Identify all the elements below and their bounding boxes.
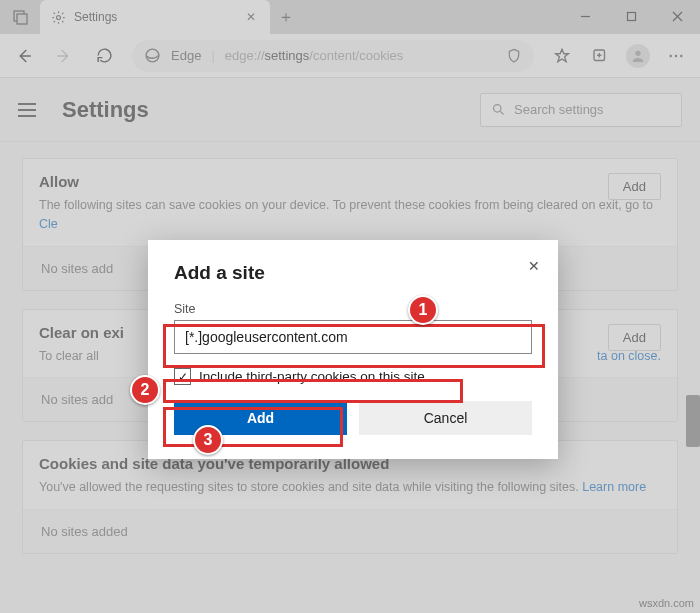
checkbox-icon[interactable]: ✓ [174,368,191,385]
site-field-label: Site [174,302,532,316]
site-input[interactable] [174,320,532,354]
dialog-cancel-button[interactable]: Cancel [359,401,532,435]
dialog-title: Add a site [174,262,532,284]
close-dialog-button[interactable]: ✕ [524,254,544,278]
callout-2: 2 [130,375,160,405]
checkbox-label: Include third-party cookies on this site [199,369,425,384]
callout-3: 3 [193,425,223,455]
callout-1: 1 [408,295,438,325]
scrollbar-thumb[interactable] [686,395,700,447]
watermark: wsxdn.com [639,597,694,609]
third-party-checkbox-row[interactable]: ✓ Include third-party cookies on this si… [174,368,532,385]
